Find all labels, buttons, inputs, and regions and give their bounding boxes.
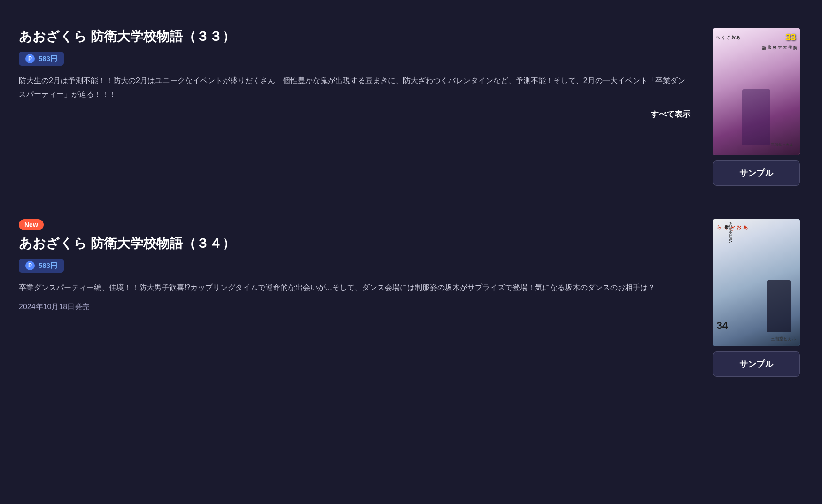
sample-button-vol34[interactable]: サンプル [713, 351, 800, 377]
manga-cover-section-vol34: あおざくら AOZAKURA防衛大学校 34 三階堂ヒカル サンプル [709, 219, 803, 377]
page-container: あおざくら 防衛大学校物語（３３） 583円 防大生の2月は予測不能！！防大の2… [0, 0, 822, 410]
manga-content-vol34: New あおざくら 防衛大学校物語（３４） 583円 卒業ダンスパーティー編、佳… [19, 219, 709, 312]
cover-figure-vol33 [742, 89, 770, 145]
manga-description-vol33: 防大生の2月は予測不能！！防大の2月はユニークなイベントが盛りだくさん！個性豊か… [19, 74, 690, 101]
cover-author-vol34: 三階堂ヒカル [771, 336, 796, 342]
manga-cover-vol33: 33 あおざくら 防衛大学校物語 三階堂ヒカル [713, 28, 800, 155]
manga-description-vol34: 卒業ダンスパーティー編、佳境！！防大男子歓喜!?カップリングタイムで運命的な出会… [19, 281, 690, 295]
manga-title-vol33: あおざくら 防衛大学校物語（３３） [19, 28, 690, 45]
release-date-vol34: 2024年10月18日発売 [19, 302, 690, 312]
manga-title-vol34: あおざくら 防衛大学校物語（３４） [19, 235, 690, 252]
manga-content-vol33: あおざくら 防衛大学校物語（３３） 583円 防大生の2月は予測不能！！防大の2… [19, 28, 709, 120]
sample-button-vol33[interactable]: サンプル [713, 160, 800, 186]
new-badge-vol34: New [19, 219, 44, 230]
cover-number-vol34: 34 [717, 320, 728, 332]
manga-entry-vol34: New あおざくら 防衛大学校物語（３４） 583円 卒業ダンスパーティー編、佳… [19, 205, 803, 396]
cover-author-vol33: 三階堂ヒカル [771, 142, 793, 147]
cover-title-label-vol33: あおざくら [716, 32, 741, 37]
price-badge-vol33: 583円 [19, 52, 64, 66]
cover-number-vol33: 33 [785, 32, 796, 43]
manga-entry-vol33: あおざくら 防衛大学校物語（３３） 583円 防大生の2月は予測不能！！防大の2… [19, 14, 803, 205]
cover-figure-vol34 [767, 280, 791, 332]
manga-cover-section-vol33: 33 あおざくら 防衛大学校物語 三階堂ヒカル サンプル [709, 28, 803, 186]
price-badge-vol34: 583円 [19, 259, 64, 273]
manga-cover-vol34: あおざくら AOZAKURA防衛大学校 34 三階堂ヒカル [713, 219, 800, 346]
cover-subtitle-vol34: AOZAKURA防衛大学校 [723, 222, 733, 243]
show-all-link-vol33[interactable]: すべて表示 [651, 105, 690, 123]
show-all-container-vol33: すべて表示 [19, 109, 690, 120]
